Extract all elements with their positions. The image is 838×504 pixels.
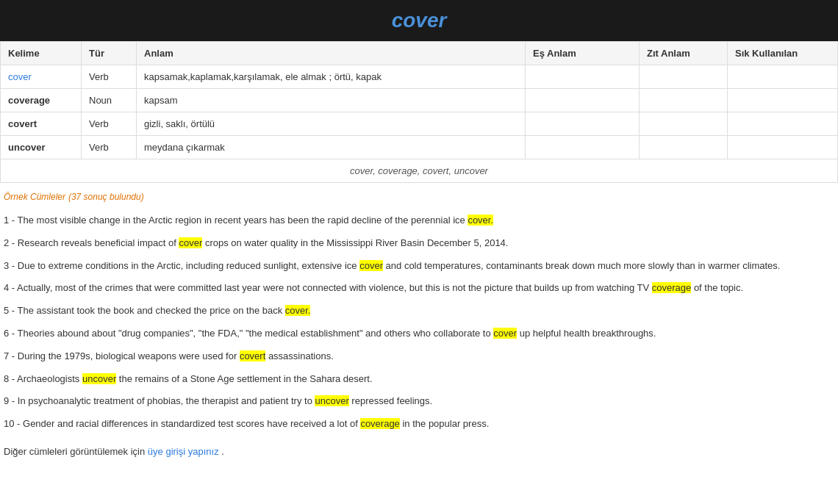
cell-anlam: meydana çıkarmak [137, 136, 526, 159]
sentence-before: Actually, most of the crimes that were c… [17, 282, 652, 293]
cell-anlam: kapsamak,kaplamak,karşılamak, ele almak … [137, 65, 526, 89]
cell-sik [728, 89, 838, 112]
sentence: 2 - Research reveals beneficial impact o… [4, 232, 834, 255]
cell-kelime: uncover [1, 136, 82, 159]
sentence-before: Archaeologists [17, 373, 82, 384]
sentence: 4 - Actually, most of the crimes that we… [4, 277, 834, 300]
sentence-before: During the 1979s, biological weapons wer… [18, 350, 240, 361]
sentence-text: The most visible change in the Arctic re… [18, 215, 468, 226]
cell-tur: Verb [82, 136, 137, 159]
sentence: 1 - The most visible change in the Arcti… [4, 209, 834, 232]
sentence-num: 2 - [4, 237, 18, 248]
cell-tur: Noun [82, 89, 137, 112]
example-section: Örnek Cümleler (37 sonuç bulundu) 1 - Th… [0, 183, 838, 463]
sentence: 7 - During the 1979s, biological weapons… [4, 345, 834, 368]
sentence-before: Theories abound about "drug companies", … [18, 328, 494, 339]
col-header-kelime: Kelime [1, 42, 82, 65]
sentence-num: 1 - [4, 215, 18, 226]
cell-zit [640, 65, 728, 89]
cell-zit [640, 89, 728, 112]
page-header: cover [0, 0, 838, 41]
section-title: Örnek Cümleler (37 sonuç bulundu) [0, 183, 838, 206]
highlighted-word: cover [359, 260, 383, 271]
highlighted-word: cover. [285, 305, 311, 316]
sentence: 10 - Gender and racial differences in st… [4, 413, 834, 436]
cell-anlam: kapsam [137, 89, 526, 112]
highlighted-word: cover [179, 237, 202, 248]
sentence-after: the remains of a Stone Age settlement in… [116, 373, 372, 384]
cell-zit [640, 112, 728, 136]
cell-sik [728, 65, 838, 89]
col-header-es: Eş Anlam [526, 42, 640, 65]
sentence: 8 - Archaeologists uncover the remains o… [4, 368, 834, 391]
sentence-after: repressed feelings. [349, 395, 432, 406]
sentences-container: 1 - The most visible change in the Arcti… [0, 206, 838, 439]
sentence-after: of the topic. [691, 282, 743, 293]
sentence-after: crops on water quality in the Mississipp… [202, 237, 508, 248]
cell-zit [640, 136, 728, 159]
cell-es [526, 65, 640, 89]
sentence-after: and cold temperatures, contaminants brea… [383, 260, 780, 271]
sentence-num: 8 - [4, 373, 17, 384]
sentence: 5 - The assistant took the book and chec… [4, 300, 834, 323]
cell-kelime: covert [1, 112, 82, 136]
highlighted-word: coverage [360, 418, 399, 429]
table-row: uncoverVerbmeydana çıkarmak [1, 136, 838, 159]
sentence-after: assassinations. [265, 350, 334, 361]
highlighted-word: cover. [468, 215, 493, 226]
col-header-tur: Tür [82, 42, 137, 65]
sentence-num: 5 - [4, 305, 18, 316]
sentence: 9 - In psychoanalytic treatment of phobi… [4, 390, 834, 413]
highlighted-word: covert [240, 350, 265, 361]
cell-es [526, 112, 640, 136]
highlighted-word: coverage [652, 282, 691, 293]
table-footer-cell: cover, coverage, covert, uncover [1, 159, 838, 183]
sentence-before: Due to extreme conditions in the Arctic,… [18, 260, 359, 271]
login-note: Diğer cümleleri görüntülemek için üye gi… [0, 439, 838, 463]
sentence-num: 6 - [4, 328, 18, 339]
word-table: Kelime Tür Anlam Eş Anlam Zıt Anlam Sık … [0, 41, 838, 183]
sentence-before: In psychoanalytic treatment of phobias, … [18, 395, 315, 406]
cell-sik [728, 136, 838, 159]
page-title: cover [392, 9, 447, 32]
sentence-after: in the popular press. [400, 418, 489, 429]
sentence-before: Research reveals beneficial impact of [18, 237, 179, 248]
cell-sik [728, 112, 838, 136]
highlighted-word: uncover [82, 373, 116, 384]
cell-tur: Verb [82, 112, 137, 136]
word-link[interactable]: cover [8, 71, 32, 82]
cell-es [526, 136, 640, 159]
table-row: coverVerbkapsamak,kaplamak,karşılamak, e… [1, 65, 838, 89]
sentence-before: The assistant took the book and checked … [18, 305, 285, 316]
col-header-anlam: Anlam [137, 42, 526, 65]
cell-kelime: coverage [1, 89, 82, 112]
sentence-num: 7 - [4, 350, 18, 361]
login-link[interactable]: üye girişi yapınız [148, 446, 219, 457]
table-row: coverageNounkapsam [1, 89, 838, 112]
sentence-num: 9 - [4, 395, 18, 406]
sentence: 6 - Theories abound about "drug companie… [4, 323, 834, 345]
sentence-num: 4 - [4, 282, 17, 293]
sentence-after: up helpful health breakthroughs. [517, 328, 656, 339]
cell-tur: Verb [82, 65, 137, 89]
sentence-num: 10 - [4, 418, 23, 429]
cell-kelime[interactable]: cover [1, 65, 82, 89]
cell-anlam: gizli, saklı, örtülü [137, 112, 526, 136]
cell-es [526, 89, 640, 112]
table-footer-row: cover, coverage, covert, uncover [1, 159, 838, 183]
col-header-zit: Zıt Anlam [640, 42, 728, 65]
table-row: covertVerbgizli, saklı, örtülü [1, 112, 838, 136]
highlighted-word: cover [493, 328, 517, 339]
sentence: 3 - Due to extreme conditions in the Arc… [4, 255, 834, 278]
col-header-sik: Sık Kullanılan [728, 42, 838, 65]
sentence-before: Gender and racial differences in standar… [23, 418, 360, 429]
sentence-num: 3 - [4, 260, 18, 271]
highlighted-word: uncover [315, 395, 348, 406]
